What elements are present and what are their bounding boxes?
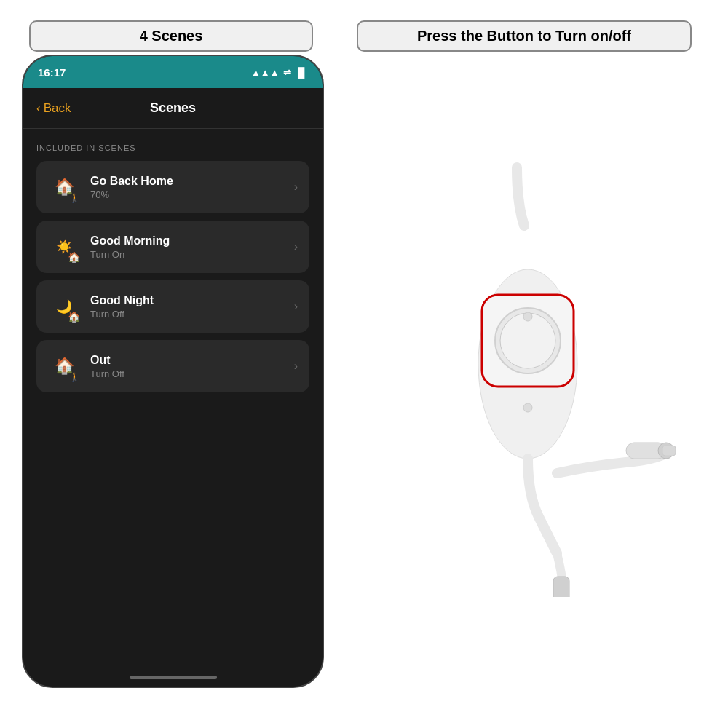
scene-item-go-back-home[interactable]: 🏠 🚶 Go Back Home 70% › [36, 161, 309, 213]
scene-text-go-back-home: Go Back Home 70% [90, 175, 284, 200]
chevron-icon: › [294, 300, 298, 313]
scene-status-out: Turn Off [90, 368, 284, 379]
scene-name-go-back-home: Go Back Home [90, 175, 284, 188]
scene-status-go-back-home: 70% [90, 189, 284, 200]
scene-item-good-morning[interactable]: ☀️ 🏠 Good Morning Turn On › [36, 221, 309, 273]
scene-name-good-morning: Good Morning [90, 234, 284, 248]
nav-title: Scenes [150, 100, 196, 116]
scene-text-out: Out Turn Off [90, 354, 284, 379]
signal-icon: ▲▲▲ [251, 67, 280, 78]
scene-status-good-morning: Turn On [90, 249, 284, 260]
section-label: INCLUDED IN SCENES [36, 143, 309, 152]
device-area [357, 66, 706, 692]
phone-content: INCLUDED IN SCENES 🏠 🚶 Go Back Home 70% … [23, 129, 323, 687]
scene-icon-good-night: 🌙 🏠 [48, 290, 80, 323]
scene-icon-good-morning: ☀️ 🏠 [48, 231, 80, 263]
scene-icon-go-back-home: 🏠 🚶 [48, 171, 80, 203]
press-button-label: Press the Button to Turn on/off [357, 20, 692, 52]
scene-text-good-morning: Good Morning Turn On [90, 234, 284, 260]
device-illustration [371, 160, 692, 597]
back-chevron-icon: ‹ [36, 101, 41, 116]
svg-point-10 [523, 312, 532, 321]
svg-point-9 [523, 403, 532, 412]
four-scenes-label: 4 Scenes [29, 20, 313, 52]
chevron-icon: › [294, 181, 298, 194]
scene-item-good-night[interactable]: 🌙 🏠 Good Night Turn Off › [36, 280, 309, 333]
svg-rect-7 [553, 577, 569, 597]
home-indicator [130, 676, 217, 679]
battery-icon: ▐▌ [295, 67, 308, 78]
scene-name-good-night: Good Night [90, 294, 284, 307]
nav-bar: ‹ Back Scenes [23, 88, 323, 129]
status-bar: 16:17 ▲▲▲ ⇌ ▐▌ [23, 56, 323, 88]
phone-mockup: 16:17 ▲▲▲ ⇌ ▐▌ ‹ Back Scenes INCLUDED IN… [22, 55, 324, 688]
scenes-list: 🏠 🚶 Go Back Home 70% › ☀️ 🏠 Good Morning… [36, 161, 309, 392]
back-label: Back [44, 101, 71, 116]
back-button[interactable]: ‹ Back [36, 101, 71, 116]
svg-rect-6 [662, 446, 676, 456]
status-icons: ▲▲▲ ⇌ ▐▌ [251, 67, 308, 78]
scene-status-good-night: Turn Off [90, 309, 284, 320]
chevron-icon: › [294, 240, 298, 253]
scene-text-good-night: Good Night Turn Off [90, 294, 284, 320]
scene-icon-out: 🏠 🚶 [48, 350, 80, 382]
scene-item-out[interactable]: 🏠 🚶 Out Turn Off › [36, 340, 309, 392]
status-time: 16:17 [38, 66, 66, 79]
scene-name-out: Out [90, 354, 284, 367]
wifi-icon: ⇌ [283, 67, 291, 78]
chevron-icon: › [294, 360, 298, 373]
